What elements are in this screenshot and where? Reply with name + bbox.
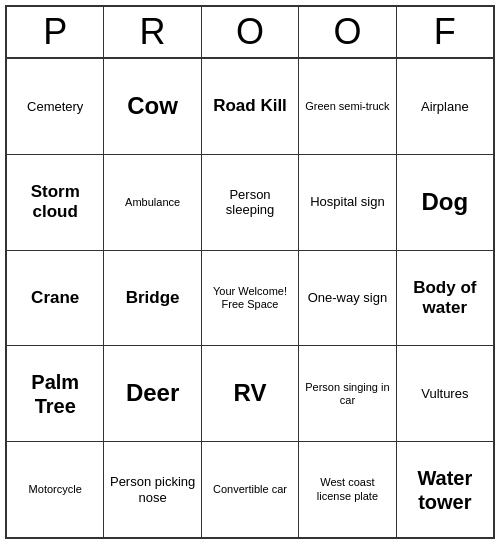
- grid-row-1: Storm cloudAmbulancePerson sleepingHospi…: [7, 155, 493, 251]
- header-letter-O: O: [202, 7, 299, 57]
- cell-1-0[interactable]: Storm cloud: [7, 155, 104, 250]
- cell-1-3[interactable]: Hospital sign: [299, 155, 396, 250]
- cell-3-1[interactable]: Deer: [104, 346, 201, 441]
- cell-1-4[interactable]: Dog: [397, 155, 493, 250]
- header-letter-O: O: [299, 7, 396, 57]
- cell-0-0[interactable]: Cemetery: [7, 59, 104, 154]
- bingo-header: PROOF: [7, 7, 493, 59]
- cell-3-4[interactable]: Vultures: [397, 346, 493, 441]
- cell-2-3[interactable]: One-way sign: [299, 251, 396, 346]
- cell-2-4[interactable]: Body of water: [397, 251, 493, 346]
- cell-0-2[interactable]: Road Kill: [202, 59, 299, 154]
- cell-2-1[interactable]: Bridge: [104, 251, 201, 346]
- cell-3-3[interactable]: Person singing in car: [299, 346, 396, 441]
- grid-row-4: MotorcyclePerson picking noseConvertible…: [7, 442, 493, 537]
- bingo-card: PROOF CemeteryCowRoad KillGreen semi-tru…: [5, 5, 495, 539]
- cell-2-0[interactable]: Crane: [7, 251, 104, 346]
- bingo-grid: CemeteryCowRoad KillGreen semi-truckAirp…: [7, 59, 493, 537]
- cell-4-2[interactable]: Convertible car: [202, 442, 299, 537]
- header-letter-P: P: [7, 7, 104, 57]
- header-letter-F: F: [397, 7, 493, 57]
- cell-0-4[interactable]: Airplane: [397, 59, 493, 154]
- cell-0-1[interactable]: Cow: [104, 59, 201, 154]
- grid-row-0: CemeteryCowRoad KillGreen semi-truckAirp…: [7, 59, 493, 155]
- cell-3-0[interactable]: Palm Tree: [7, 346, 104, 441]
- cell-1-1[interactable]: Ambulance: [104, 155, 201, 250]
- cell-4-1[interactable]: Person picking nose: [104, 442, 201, 537]
- cell-2-2[interactable]: Your Welcome! Free Space: [202, 251, 299, 346]
- grid-row-3: Palm TreeDeerRVPerson singing in carVult…: [7, 346, 493, 442]
- header-letter-R: R: [104, 7, 201, 57]
- grid-row-2: CraneBridgeYour Welcome! Free SpaceOne-w…: [7, 251, 493, 347]
- cell-4-4[interactable]: Water tower: [397, 442, 493, 537]
- cell-0-3[interactable]: Green semi-truck: [299, 59, 396, 154]
- cell-1-2[interactable]: Person sleeping: [202, 155, 299, 250]
- cell-4-0[interactable]: Motorcycle: [7, 442, 104, 537]
- cell-3-2[interactable]: RV: [202, 346, 299, 441]
- cell-4-3[interactable]: West coast license plate: [299, 442, 396, 537]
